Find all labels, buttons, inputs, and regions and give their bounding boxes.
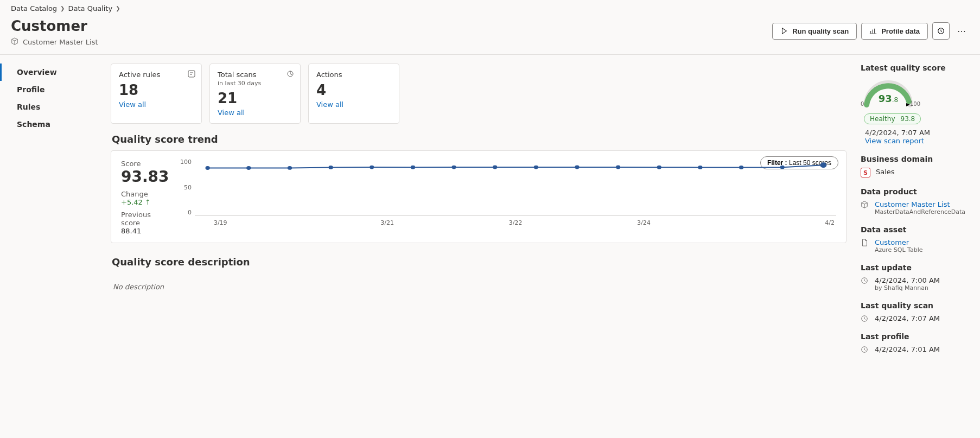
data-product-title: Data product — [861, 187, 970, 196]
rules-icon — [187, 69, 196, 80]
svg-point-4 — [246, 166, 251, 170]
history-button[interactable] — [932, 22, 950, 40]
y-tick: 100 — [177, 158, 192, 166]
nav-item-overview[interactable]: Overview — [0, 64, 109, 81]
previous-score-value: 88.41 — [121, 227, 170, 235]
chart-plot — [195, 162, 836, 216]
svg-rect-1 — [188, 71, 195, 77]
side-nav: OverviewProfileRulesSchema — [0, 55, 109, 370]
svg-point-9 — [451, 166, 456, 169]
scan-icon — [286, 69, 295, 80]
play-icon — [780, 27, 788, 35]
more-icon: ⋯ — [957, 26, 966, 36]
clock-icon — [861, 315, 869, 322]
file-icon — [861, 239, 869, 246]
svg-point-10 — [493, 166, 497, 169]
x-tick: 3/19 — [214, 219, 227, 226]
trend-panel: Filter : Last 50 scores Score 93.83 Chan… — [111, 150, 847, 243]
change-label: Change — [121, 190, 170, 198]
gauge: 0 100 93.8 — [858, 78, 918, 110]
data-product-type: MasterDataAndReferenceData — [875, 208, 965, 215]
last-quality-scan-time: 4/2/2024, 7:07 AM — [875, 314, 940, 322]
page-header: Customer Customer Master List Run qualit… — [0, 15, 980, 55]
nav-item-rules[interactable]: Rules — [0, 98, 109, 116]
run-quality-scan-button[interactable]: Run quality scan — [772, 23, 857, 40]
breadcrumb-item-quality[interactable]: Data Quality — [68, 4, 113, 12]
trend-section-title: Quality score trend — [112, 134, 847, 145]
last-update-time: 4/2/2024, 7:00 AM — [875, 276, 940, 284]
right-rail: Latest quality score 0 100 93.8 Healthy … — [855, 55, 980, 370]
profile-data-label: Profile data — [881, 27, 920, 35]
last-update-title: Last update — [861, 263, 970, 272]
x-tick: 3/22 — [509, 219, 523, 226]
data-asset-title: Data asset — [861, 225, 970, 234]
page-title: Customer — [11, 18, 98, 34]
x-axis: 3/193/213/223/244/2 — [195, 219, 836, 229]
clock-icon — [861, 346, 869, 353]
card-value: 21 — [218, 90, 292, 106]
svg-point-14 — [657, 166, 661, 169]
card-value: 4 — [316, 82, 391, 98]
svg-point-6 — [328, 166, 333, 169]
svg-point-16 — [739, 166, 743, 169]
svg-point-18 — [820, 162, 826, 168]
data-product-link[interactable]: Customer Master List — [875, 200, 965, 208]
view-all-link[interactable]: View all — [316, 100, 391, 109]
svg-point-7 — [370, 166, 374, 169]
breadcrumb: Data Catalog ❯ Data Quality ❯ — [0, 0, 980, 15]
last-profile-title: Last profile — [861, 332, 970, 341]
card-title: Active rules — [119, 71, 194, 79]
y-tick: 50 — [177, 184, 192, 191]
svg-point-15 — [698, 166, 702, 169]
card-actions: Actions 4 View all — [308, 64, 399, 124]
y-axis: 100500 — [177, 158, 192, 216]
score-label: Score — [121, 160, 170, 168]
nav-item-schema[interactable]: Schema — [0, 116, 109, 133]
card-total-scans: Total scans in last 30 days 21 View all — [209, 64, 301, 124]
y-tick: 0 — [177, 209, 192, 216]
change-value: +5.42 ↑ — [121, 198, 170, 206]
data-asset-link[interactable]: Customer — [875, 238, 923, 246]
last-update-by: by Shafiq Mannan — [875, 284, 940, 291]
card-subtitle: in last 30 days — [218, 80, 292, 87]
svg-point-8 — [411, 166, 415, 169]
header-actions: Run quality scan Profile data ⋯ — [772, 22, 969, 40]
x-tick: 3/24 — [637, 219, 651, 226]
latest-score-title: Latest quality score — [861, 64, 970, 72]
profile-data-button[interactable]: Profile data — [861, 23, 928, 40]
chevron-right-icon: ❯ — [60, 5, 65, 11]
card-active-rules: Active rules 18 View all — [111, 64, 202, 124]
view-all-link[interactable]: View all — [119, 100, 194, 109]
bar-chart-icon — [869, 27, 877, 35]
more-actions-button[interactable]: ⋯ — [954, 22, 969, 40]
view-all-link[interactable]: View all — [218, 109, 292, 117]
breadcrumb-item-catalog[interactable]: Data Catalog — [11, 4, 57, 12]
svg-point-5 — [288, 166, 292, 170]
package-icon — [861, 201, 869, 208]
svg-point-11 — [534, 166, 538, 169]
svg-point-13 — [616, 166, 620, 169]
view-scan-report-link[interactable]: View scan report — [865, 137, 924, 145]
health-pill: Healthy 93.8 — [864, 113, 921, 124]
svg-point-17 — [780, 166, 785, 169]
card-title: Total scans — [218, 71, 292, 79]
domain-badge: S — [861, 168, 870, 177]
chevron-right-icon: ❯ — [116, 5, 120, 11]
subtitle-text: Customer Master List — [23, 38, 98, 46]
health-value: 93.8 — [901, 115, 915, 123]
clock-icon — [861, 277, 869, 284]
description-body: No description — [111, 278, 847, 295]
nav-item-profile[interactable]: Profile — [0, 81, 109, 98]
score-value: 93.83 — [121, 168, 170, 186]
data-asset-type: Azure SQL Table — [875, 246, 923, 253]
svg-point-3 — [206, 166, 210, 170]
package-icon — [11, 37, 18, 47]
trend-chart: 100500 3/193/213/223/244/2 — [177, 158, 836, 229]
run-quality-scan-label: Run quality scan — [792, 27, 849, 35]
description-section-title: Quality score description — [112, 256, 847, 268]
last-profile-time: 4/2/2024, 7:01 AM — [875, 345, 940, 353]
gauge-score: 93.8 — [858, 93, 918, 104]
previous-score-label: Previous score — [121, 211, 170, 227]
latest-score-time: 4/2/2024, 7:07 AM — [865, 129, 930, 137]
x-tick: 3/21 — [380, 219, 394, 226]
